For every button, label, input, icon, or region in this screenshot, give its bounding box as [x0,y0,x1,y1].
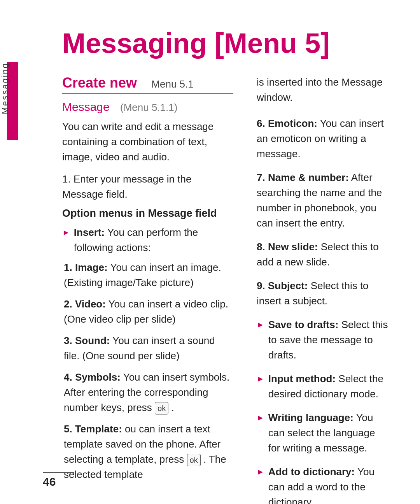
subsection-menu: (Menu 5.1.1) [120,102,177,113]
right-item-9: 9. Subject: Select this to insert a subj… [257,278,389,309]
sub-item-5: 5. Template: ou can insert a text templa… [62,421,233,482]
sidebar-text: Messaging [0,62,12,118]
page-line [43,472,74,473]
right-bullet-input: ► Input method: Select the desired dicti… [257,371,389,402]
sidebar: Messaging [0,0,27,504]
two-col-layout: Create new Menu 5.1 Message (Menu 5.1.1)… [62,75,389,504]
page-number: 46 [43,475,56,488]
right-item-6: 6. Emoticon: You can insert an emoticon … [257,116,389,162]
triangle-icon-writing: ► [257,412,264,423]
section-menu: Menu 5.1 [151,78,193,90]
insert-bullet: ► Insert: You can perform the following … [62,225,233,255]
template-continued: is inserted into the Message window. [257,75,389,105]
page-container: Messaging Messaging [Menu 5] Create new … [0,0,420,504]
right-bullet-save: ► Save to drafts: Select this to save th… [257,317,389,363]
right-column: is inserted into the Message window. 6. … [257,75,389,504]
sub-item-1: 1. Image: You can insert an image. (Exis… [62,260,233,290]
step1-item: 1. Enter your message in the Message fie… [62,172,233,202]
triangle-icon-save: ► [257,319,264,330]
main-content: Messaging [Menu 5] Create new Menu 5.1 M… [62,27,389,504]
right-bullet-writing: ► Writing language: You can select the l… [257,410,389,456]
page-title: Messaging [Menu 5] [62,27,389,59]
left-column: Create new Menu 5.1 Message (Menu 5.1.1)… [62,75,233,504]
sub-item-3: 3. Sound: You can insert a sound file. (… [62,333,233,364]
section-header: Create new Menu 5.1 [62,75,233,94]
ok-button-symbol: ok [155,402,168,414]
section-title: Create new [62,75,137,91]
step1-text: 1. Enter your message in the Message fie… [62,173,191,200]
subsection-row: Message (Menu 5.1.1) [62,100,233,114]
right-item-8: 8. New slide: Select this to add a new s… [257,239,389,270]
triangle-icon-input: ► [257,373,264,385]
triangle-icon: ► [62,227,70,238]
sub-item-4: 4. Symbols: You can insert symbols. Afte… [62,370,233,415]
ok-button-template: ok [187,454,201,466]
insert-bullet-text: Insert: You can perform the following ac… [74,225,233,255]
sub-item-2: 2. Video: You can insert a video clip. (… [62,297,233,327]
subsection-title: Message [62,100,110,113]
right-bullet-dict: ► Add to dictionary: You can add a word … [257,464,389,504]
option-menu-header: Option menus in Message field [62,207,233,220]
intro-text: You can write and edit a message contain… [62,119,233,165]
right-item-7: 7. Name & number: After searching the na… [257,170,389,231]
triangle-icon-dict: ► [257,466,264,478]
